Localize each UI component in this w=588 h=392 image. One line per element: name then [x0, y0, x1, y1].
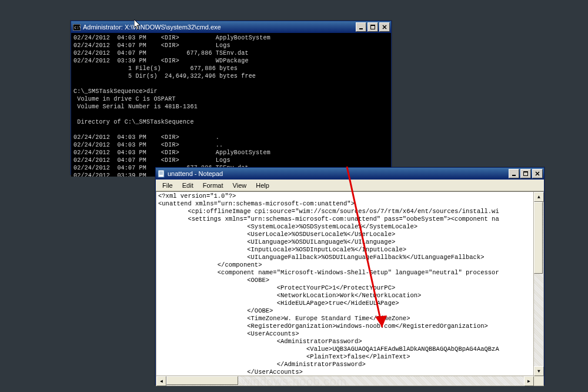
notepad-window: unattend - Notepad FileEditFormatViewHel…	[155, 167, 544, 385]
notepad-menubar: FileEditFormatViewHelp	[156, 180, 544, 191]
menu-file[interactable]: File	[158, 181, 177, 190]
vertical-scrollbar[interactable]: ▲ ▼	[533, 192, 543, 376]
scroll-right-button[interactable]: ▶	[524, 376, 534, 386]
v-scroll-thumb[interactable]	[534, 202, 543, 274]
maximize-button[interactable]	[520, 169, 531, 178]
cmd-icon: c:\	[72, 23, 81, 31]
maximize-button[interactable]	[368, 22, 378, 32]
menu-edit[interactable]: Edit	[178, 181, 198, 190]
minimize-button[interactable]	[356, 22, 366, 32]
minimize-button[interactable]	[509, 169, 519, 178]
svg-rect-4	[370, 25, 375, 26]
menu-format[interactable]: Format	[199, 181, 228, 190]
horizontal-scrollbar[interactable]: ◀ ▶	[156, 376, 534, 386]
notepad-editor-area: <?xml version="1.0"?> <unattend xmlns="u…	[156, 191, 544, 386]
cmd-output: 02/24/2012 04:03 PM <DIR> ApplyBootSyste…	[71, 33, 391, 177]
cmd-window: c:\ Administrator: X:\WINDOWS\system32\c…	[71, 21, 392, 175]
cmd-titlebar[interactable]: c:\ Administrator: X:\WINDOWS\system32\c…	[71, 21, 391, 33]
svg-rect-11	[523, 171, 528, 172]
scrollbar-corner	[534, 376, 543, 386]
svg-rect-9	[512, 175, 516, 176]
menu-view[interactable]: View	[229, 181, 251, 190]
scroll-up-button[interactable]: ▲	[534, 192, 544, 202]
notepad-text-content[interactable]: <?xml version="1.0"?> <unattend xmlns="u…	[156, 192, 534, 376]
scroll-down-button[interactable]: ▼	[534, 366, 544, 376]
menu-help[interactable]: Help	[252, 181, 273, 190]
h-scroll-thumb[interactable]	[166, 376, 238, 385]
close-button[interactable]	[379, 22, 390, 32]
notepad-titlebar[interactable]: unattend - Notepad	[156, 168, 544, 180]
svg-rect-2	[359, 28, 363, 29]
scroll-left-button[interactable]: ◀	[156, 376, 166, 386]
svg-rect-5	[158, 170, 164, 177]
close-button[interactable]	[532, 169, 543, 178]
notepad-title: unattend - Notepad	[168, 170, 509, 177]
notepad-icon	[157, 170, 165, 178]
cmd-title: Administrator: X:\WINDOWS\system32\cmd.e…	[83, 24, 356, 31]
svg-text:c:\: c:\	[74, 25, 81, 30]
